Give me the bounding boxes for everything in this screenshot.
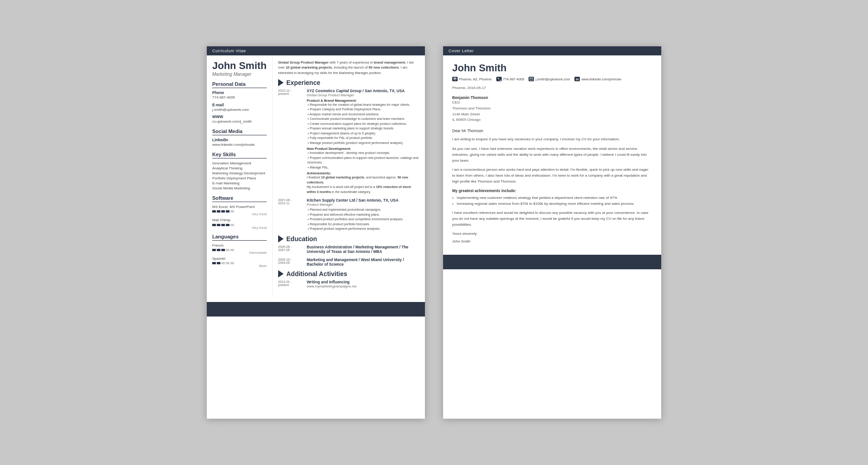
page-container: Curriculum Vitae John Smith Marketing Ma… — [207, 46, 661, 419]
cl-recipient: Benjamin Thomson CEO Thomson and Thomson… — [452, 95, 652, 123]
experience-title: Experience — [286, 79, 320, 86]
edu-entry-2: 2000-10 -2004-05 Marketing and Managemen… — [278, 257, 419, 267]
skill-bar-dot — [212, 249, 216, 251]
software1-name: MS Excel, MS PowerPoint — [212, 204, 267, 209]
skill-bar-dot — [212, 224, 216, 226]
cv-job-title: Marketing Manager — [212, 72, 267, 77]
education-header: Education — [278, 235, 419, 242]
skill-bar-dot — [221, 224, 225, 226]
exp1-npd2: • Prepare communication plans to support… — [307, 156, 419, 165]
exp1-ach1: I finalized 10 global marketing projects… — [307, 175, 419, 185]
skill-bar-dot — [221, 249, 225, 251]
exp1-content: XYZ Cosmetics Capital Group / San Antoni… — [307, 89, 419, 195]
software2-name: Mail Chimp — [212, 218, 267, 223]
software-section: Software — [212, 195, 267, 202]
cl-achievements-title: My greatest achievements include: — [452, 188, 652, 193]
cl-date: Phoenix, 2016-05-17 — [452, 86, 652, 90]
cv-intro: Global Group Product Manager with 7 year… — [278, 60, 419, 75]
skill-bar-dot — [212, 210, 216, 213]
edu1-content: Business Administration / Marketing Mana… — [307, 245, 419, 254]
cl-paragraph1: I am writing to enquire if you have any … — [452, 137, 652, 143]
act1-dates: 2012-01 -present — [278, 280, 303, 289]
cl-phone: 774-987-4009 — [496, 77, 524, 81]
exp2-bullet3: • Provided product portfolios and compet… — [307, 217, 419, 222]
cl-achievement2: Increasing regional sales revenue from $… — [452, 201, 652, 207]
personal-data-section: Personal Data — [212, 81, 267, 88]
skill-bar-dot — [221, 210, 225, 213]
phone-icon — [496, 77, 502, 81]
exp2-dates: 2007-09 -2010-11 — [278, 198, 303, 232]
cl-recipient-title: CEO — [452, 100, 652, 106]
exp2-bullet1: • Planned and implemented promotional ca… — [307, 208, 419, 213]
cl-body: John Smith Phoenix, AZ, Phoenix 774-987-… — [443, 55, 661, 250]
experience-entry-2: 2007-09 -2010-11 Kitchen Supply Center L… — [278, 198, 419, 232]
cv-name: John Smith — [212, 60, 267, 72]
exp1-bullet2: • Prepare Category and Portfolio Deploym… — [307, 107, 419, 112]
exp1-role: Global Group Product Manager — [307, 93, 419, 97]
cl-paragraph4: I have excellent references and would be… — [452, 210, 652, 228]
act1-title: Writing and Influencing — [307, 280, 419, 284]
cl-recipient-city: IL 60605 Chicago — [452, 117, 652, 123]
software2-level: Very Good — [212, 226, 267, 229]
exp2-bullet5: • Prepared product segment performance a… — [307, 227, 419, 232]
svg-point-0 — [454, 78, 455, 79]
exp1-bullet3: • Analyze market trends and recommend so… — [307, 112, 419, 117]
location-icon — [452, 77, 458, 81]
education-title: Education — [286, 235, 317, 242]
exp1-bullet9: • Manage product portfolio (product segm… — [307, 141, 419, 146]
skill-bar-dot — [217, 210, 220, 213]
cl-email-text: j.smith@uptowork.com — [535, 77, 570, 81]
cl-header-label: Cover Letter — [449, 49, 474, 53]
activities-arrow — [278, 270, 284, 277]
cl-paragraph2: As you can see, I have had extensive vac… — [452, 146, 652, 163]
skill-item: Social Media Marketing — [212, 186, 267, 191]
cv-document: Curriculum Vitae John Smith Marketing Ma… — [207, 46, 425, 419]
skill-bar-dot — [230, 224, 234, 226]
cl-header-bar: Cover Letter — [443, 46, 661, 55]
exp1-bullet8: • Fully responsible for P&L of product p… — [307, 136, 419, 141]
key-skills-section: Key Skills — [212, 152, 267, 158]
cl-name: John Smith — [452, 62, 652, 74]
phone-value: 774-987-4009 — [212, 95, 267, 100]
cl-signature: John Smith — [452, 239, 652, 243]
skill-bar-dot — [221, 262, 225, 264]
cl-recipient-name: Benjamin Thomson — [452, 95, 652, 100]
act1-detail: www.mymarketingcampaigns.me — [307, 284, 419, 288]
email-value: j.smith@uptowork.com — [212, 107, 267, 112]
cv-footer — [207, 302, 425, 317]
edu1-dates: 2005-09 -2007-05 — [278, 245, 303, 254]
cl-salutation: Dear Mr Thomson — [452, 129, 652, 133]
skill-bar-dot — [230, 249, 234, 251]
cl-location: Phoenix, AZ, Phoenix — [452, 77, 492, 81]
linkedin-icon: in — [574, 77, 580, 81]
act1-content: Writing and Influencing www.mymarketingc… — [307, 280, 419, 289]
skill-bar-dot — [226, 224, 229, 226]
software1-level: Very Good — [212, 213, 267, 216]
edu2-institution: Marketing and Management / West Miami Un… — [307, 257, 419, 267]
skill-bar-dot — [212, 262, 216, 264]
cv-main-content: Global Group Product Manager with 7 year… — [273, 55, 425, 297]
skill-bar-dot — [226, 210, 229, 213]
cl-phone-text: 774-987-4009 — [503, 77, 524, 81]
exp1-subsection2: New Product Development: — [307, 147, 419, 151]
cl-linkedin: in www.linkedin.com/johnutw — [574, 77, 621, 81]
lang1-name: French — [212, 243, 267, 248]
exp1-ach2: My involvement in a stock sell-off proje… — [307, 185, 419, 194]
www-label: WWW — [212, 114, 267, 119]
education-arrow — [278, 235, 284, 242]
lang1-level: Intermediate — [212, 251, 267, 254]
skill-item: Analytical Thinking — [212, 166, 267, 171]
www-value: cv.uptowork.com/j_smith — [212, 119, 267, 124]
exp1-bullet5: • Create communication support plans for… — [307, 122, 419, 127]
skill-bar-dot — [226, 262, 229, 264]
edu1-institution: Business Administration / Marketing Mana… — [307, 245, 419, 254]
skill-bar-dot — [226, 249, 229, 251]
cl-recipient-address: 1140 Main Street — [452, 112, 652, 118]
experience-entry-1: 2010-12 -present XYZ Cosmetics Capital G… — [278, 89, 419, 195]
exp1-npd3: • Manage P&L. — [307, 165, 419, 170]
cv-header-bar: Curriculum Vitae — [207, 46, 425, 55]
lang2-level: Basic — [212, 264, 267, 267]
cv-body: John Smith Marketing Manager Personal Da… — [207, 55, 425, 297]
exp2-bullet2: • Prepared and delivered effective marke… — [307, 213, 419, 218]
experience-header: Experience — [278, 79, 419, 86]
